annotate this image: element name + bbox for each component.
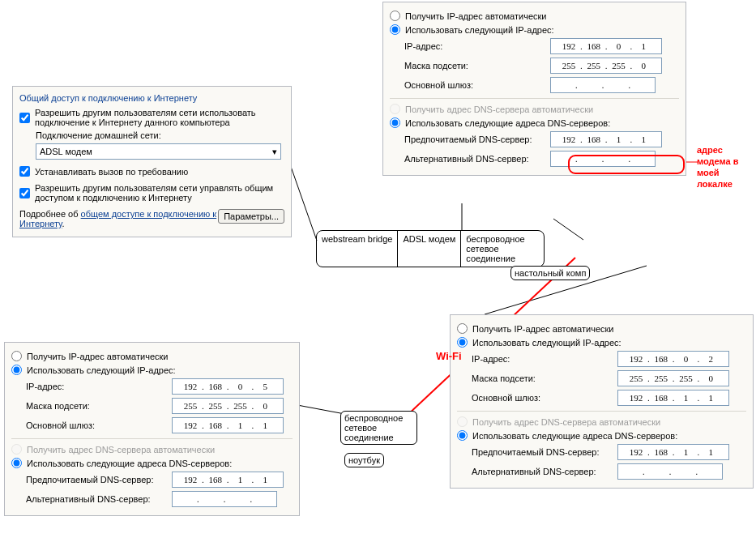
- callout-text: адрес модема в моей локалке: [697, 144, 754, 190]
- dns2-label: Альтернативный DNS-сервер:: [26, 494, 172, 504]
- gateway-label: Основной шлюз:: [472, 393, 617, 403]
- wifi-label: Wi-Fi: [436, 350, 462, 362]
- mask-label: Маска подсети:: [404, 61, 550, 70]
- gateway-input[interactable]: 192.168.1.1: [172, 417, 284, 433]
- ip-auto-label: Получить IP-адрес автоматически: [405, 11, 546, 21]
- dns-manual-label: Использовать следующие адреса DNS-сервер…: [405, 118, 610, 128]
- allow-control-label: Разрешить другим пользователям сети упра…: [35, 183, 284, 203]
- ip-manual-label: Использовать следующий IP-адрес:: [27, 365, 176, 375]
- dns-manual-radio[interactable]: [457, 430, 468, 441]
- mask-input[interactable]: 255.255.255.0: [617, 370, 729, 386]
- ics-title: Общий доступ к подключению к Интернету: [19, 93, 284, 103]
- dns2-label: Альтернативный DNS-сервер:: [404, 154, 550, 164]
- ip-addr-input[interactable]: 192.168.0.1: [550, 38, 662, 54]
- dns-auto-radio: [457, 416, 468, 427]
- ip-addr-label: IP-адрес:: [472, 354, 617, 364]
- gateway-label: Основной шлюз:: [404, 80, 550, 90]
- ics-panel: Общий доступ к подключению к Интернету Р…: [12, 86, 292, 237]
- ip-manual-radio[interactable]: [390, 24, 400, 35]
- home-connection-value: ADSL модем: [40, 147, 92, 156]
- laptop-ip-panel: Получить IP-адрес автоматически Использо…: [4, 342, 300, 516]
- home-conn-label: Подключение домашней сети:: [36, 130, 161, 140]
- desktop-ip-panel: Получить IP-адрес автоматически Использо…: [382, 2, 686, 176]
- laptop-wireless-node: беспроводное сетевое соединение: [340, 411, 417, 445]
- dns2-input[interactable]: ...: [172, 491, 277, 507]
- gateway-label: Основной шлюз:: [26, 420, 172, 430]
- right-ip-panel: Получить IP-адрес автоматически Использо…: [450, 314, 754, 489]
- mask-label: Маска подсети:: [472, 373, 617, 383]
- mask-label: Маска подсети:: [26, 401, 172, 411]
- laptop-tag: ноутбук: [344, 453, 384, 467]
- dns1-label: Предпочитаемый DNS-сервер:: [472, 447, 617, 457]
- svg-line-2: [553, 219, 583, 240]
- dns1-input[interactable]: 192.168.1.1: [617, 444, 729, 460]
- dns1-label: Предпочитаемый DNS-сервер:: [26, 475, 172, 484]
- dns2-label: Альтернативный DNS-сервер:: [472, 467, 617, 476]
- ip-addr-input[interactable]: 192.168.0.5: [172, 378, 284, 395]
- ip-addr-input[interactable]: 192.168.0.2: [617, 351, 729, 367]
- chevron-down-icon: ▾: [240, 147, 277, 157]
- ip-addr-label: IP-адрес:: [404, 41, 550, 51]
- desktop-node: webstream bridge ADSL модем беспроводное…: [316, 230, 545, 267]
- dns-manual-radio[interactable]: [11, 458, 22, 468]
- params-button[interactable]: Параметры...: [218, 209, 284, 224]
- dns-manual-label: Использовать следующие адреса DNS-сервер…: [27, 459, 232, 468]
- node-cell-wireless: беспроводное сетевое соединение: [461, 231, 544, 267]
- ip-manual-label: Использовать следующий IP-адрес:: [405, 25, 554, 35]
- node-cell-webstream: webstream bridge: [317, 231, 398, 267]
- dns-callout-highlight: [568, 155, 685, 174]
- ip-auto-radio[interactable]: [390, 11, 400, 21]
- svg-line-0: [289, 162, 317, 241]
- dns2-input[interactable]: ...: [617, 463, 723, 480]
- allow-control-checkbox[interactable]: [19, 188, 30, 198]
- dns-manual-label: Использовать следующие адреса DNS-сервер…: [472, 431, 677, 441]
- dns1-input[interactable]: 192.168.1.1: [172, 472, 284, 488]
- home-connection-select[interactable]: ADSL модем ▾: [36, 143, 281, 160]
- ip-manual-radio[interactable]: [457, 337, 468, 348]
- more-prefix: Подробнее об: [19, 209, 81, 219]
- ip-addr-label: IP-адрес:: [26, 382, 172, 391]
- dns-auto-radio: [11, 444, 22, 455]
- dns-auto-label: Получить адрес DNS-сервера автоматически: [27, 445, 215, 455]
- ip-auto-radio[interactable]: [11, 351, 22, 361]
- dns-auto-label: Получить адрес DNS-сервера автоматически: [472, 417, 660, 427]
- dns-auto-radio: [390, 104, 400, 114]
- node-cell-adsl: ADSL модем: [398, 231, 461, 267]
- dial-on-demand-checkbox[interactable]: [19, 166, 30, 177]
- dns1-label: Предпочитаемый DNS-сервер:: [404, 134, 550, 144]
- gateway-input[interactable]: ...: [550, 77, 656, 93]
- ip-auto-label: Получить IP-адрес автоматически: [27, 352, 168, 361]
- ip-manual-radio[interactable]: [11, 365, 22, 375]
- mask-input[interactable]: 255.255.255.0: [172, 398, 284, 414]
- dial-on-demand-label: Устанавливать вызов по требованию: [35, 167, 188, 177]
- ics-allow-label: Разрешить другим пользователям сети испо…: [35, 108, 278, 127]
- ip-auto-radio[interactable]: [457, 323, 468, 334]
- gateway-input[interactable]: 192.168.1.1: [617, 390, 729, 406]
- dns-auto-label: Получить адрес DNS-сервера автоматически: [405, 105, 593, 114]
- ics-allow-checkbox[interactable]: [19, 113, 30, 123]
- ip-manual-label: Использовать следующий IP-адрес:: [472, 338, 621, 348]
- desktop-tag: настольный комп: [510, 266, 590, 280]
- mask-input[interactable]: 255.255.255.0: [550, 58, 662, 74]
- dns1-input[interactable]: 192.168.1.1: [550, 131, 662, 147]
- dns-manual-radio[interactable]: [390, 117, 400, 128]
- ip-auto-label: Получить IP-адрес автоматически: [472, 324, 613, 334]
